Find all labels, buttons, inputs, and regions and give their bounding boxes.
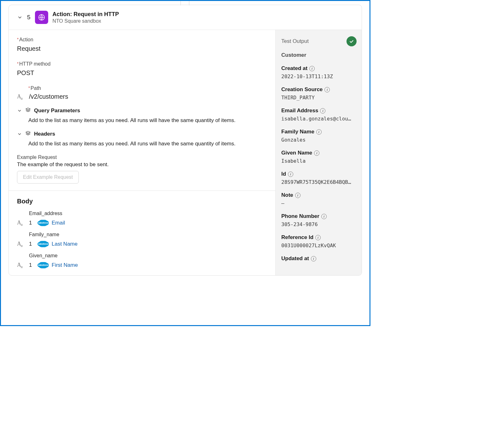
query-parameters-desc: Add to the list as many items as you nee… [28,117,267,124]
output-field: Updated ati [281,255,357,262]
output-field: Phone Numberi305-234-9876 [281,213,357,227]
action-card-header[interactable]: 5 Action: Request in HTTP NTO Square san… [9,5,362,30]
text-type-icon [17,241,25,247]
layers-icon [25,107,31,114]
output-field-label: Creation Sourcei [281,86,357,93]
body-field-row[interactable]: 1 salesforce First Name [17,262,267,268]
output-field-label: Idi [281,171,357,177]
output-field-value: Gonzales [281,137,356,143]
output-field-label: Email Addressi [281,108,357,114]
output-field-label: Given Namei [281,150,357,156]
action-card: 5 Action: Request in HTTP NTO Square san… [9,5,362,276]
step-number: 5 [27,14,31,21]
path-label: *Path [28,85,267,91]
success-check-icon [346,36,357,46]
headers-desc: Add to the list as many items as you nee… [28,141,267,147]
body-field-pill: Last Name [52,241,77,247]
method-label: *HTTP method [17,61,267,67]
output-field-label: Family Namei [281,129,357,135]
salesforce-icon: salesforce [38,262,48,268]
info-icon[interactable]: i [320,108,325,114]
path-value: /v2/customers [29,93,68,100]
info-icon[interactable]: i [295,193,301,198]
output-field: Created ati2022-10-13T11:13Z [281,65,357,79]
salesforce-icon: salesforce [38,220,48,226]
body-field-label: Family_name [29,232,267,237]
info-icon[interactable]: i [324,87,330,92]
salesforce-icon: salesforce [38,241,48,247]
info-icon[interactable]: i [314,150,319,156]
text-type-icon [17,93,25,100]
test-output-panel: Test Output Customer Created ati2022-10-… [275,30,362,275]
query-parameters-accordion[interactable]: Query Parameters [17,107,267,114]
test-output-title: Test Output [281,38,309,44]
output-field: Idi28S97WR75T35QK2E6B4BQB… [281,171,357,185]
output-field-label: Updated ati [281,255,357,262]
body-field-label: Given_name [29,253,267,259]
output-section-title: Customer [281,52,357,58]
output-field-value: 305-234-9876 [281,221,356,227]
layers-icon [25,131,31,137]
globe-icon [35,11,48,24]
edit-example-request-button[interactable]: Edit Example Request [17,171,79,184]
output-field-value: – [281,200,356,206]
output-field-label: Phone Numberi [281,213,357,219]
output-field: Given NameiIsabella [281,150,357,164]
connector-stub [180,1,189,5]
output-field-value: Isabella [281,158,356,164]
output-field: Reference Idi0031U000027LzKvQAK [281,234,357,248]
output-field-value: 28S97WR75T35QK2E6B4BQB… [281,179,356,185]
output-field-value: isabella.gonzales@clou… [281,116,356,122]
output-field-label: Created ati [281,65,357,72]
info-icon[interactable]: i [309,66,315,71]
chevron-down-icon [17,131,22,137]
body-field-row[interactable]: 1 salesforce Email [17,219,267,226]
text-type-icon [17,219,25,226]
info-icon[interactable]: i [321,214,327,219]
output-field-value: 2022-10-13T11:13Z [281,73,356,79]
method-value: POST [17,69,267,77]
body-field-label: Email_address [29,211,267,216]
chevron-down-icon [17,108,22,113]
body-field-pill: Email [52,220,65,226]
output-field-value: 0031U000027LzKvQAK [281,242,356,248]
action-label: *Action [17,37,267,43]
example-request-desc: The example of the request to be sent. [17,161,267,168]
info-icon[interactable]: i [316,129,322,135]
action-subtitle: NTO Square sandbox [53,18,119,24]
body-section-title: Body [17,198,267,205]
output-field-label: Reference Idi [281,234,357,241]
action-value: Request [17,45,267,52]
output-field: Notei– [281,192,357,206]
text-type-icon [17,262,25,268]
example-request-label: Example Request [17,155,267,160]
info-icon[interactable]: i [288,172,293,177]
output-field: Family NameiGonzales [281,129,357,143]
chevron-down-icon[interactable] [17,15,23,20]
output-field-value: THIRD_PARTY [281,95,356,101]
output-field-label: Notei [281,192,357,198]
output-field: Creation SourceiTHIRD_PARTY [281,86,357,101]
headers-accordion[interactable]: Headers [17,131,267,137]
info-icon[interactable]: i [311,256,316,261]
body-field-row[interactable]: 1 salesforce Last Name [17,241,267,247]
output-field: Email Addressiisabella.gonzales@clou… [281,108,357,122]
action-title: Action: Request in HTTP [53,11,119,18]
body-field-pill: First Name [52,262,78,268]
info-icon[interactable]: i [315,235,321,240]
